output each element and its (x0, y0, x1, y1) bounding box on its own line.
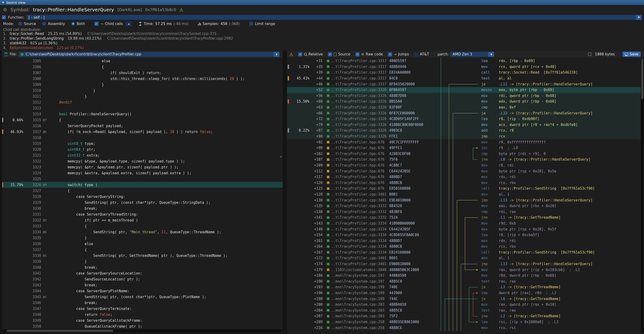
asm-row[interactable]: +128..t\TracyProfiler.cpp:3401B001moval,… (287, 191, 644, 197)
asm-row[interactable]: +190..mon\TracySystem.cpp:1974885C0testr… (287, 279, 644, 285)
asm-row[interactable]: +117..t\TracyProfiler.hpp:676488BD7movrd… (287, 174, 644, 180)
asm-location[interactable]: ..t\TracyProfiler.hpp:676 (331, 175, 387, 179)
asm-row[interactable]: +179..1103\include\atomic:1048488B05B63C… (287, 267, 644, 273)
source-line[interactable]: 3321 uint32_t extra; (2, 152, 283, 158)
asm-location[interactable]: ..t\TracyProfiler.cpp:3326 (331, 111, 387, 115)
source-line[interactable]: 3314 bool Profiler::HandleServerQuery() (2, 111, 283, 117)
source-line[interactable]: 3319 uint8_t type; (2, 141, 283, 147)
asm-row[interactable]: +193..mon\TracySystem.cpp:199740Eje.L3 -… (287, 284, 644, 290)
asm-row[interactable]: +109..t\TracyProfiler.hpp:6764C8BC7movr8… (287, 163, 644, 168)
asm-location[interactable]: ..t\TracyProfiler.cpp:3334 (331, 250, 387, 255)
source-line[interactable]: 3341 case ServerQuerySourceLocation: (2, 270, 283, 276)
assembly-vertical-scrollbar[interactable] (641, 58, 644, 333)
att-checkbox[interactable] (414, 52, 418, 56)
asm-row[interactable]: +123..t\TracyProfiler.hpp:676E850160000c… (287, 186, 644, 191)
source-line[interactable]: 3311 } (2, 93, 283, 99)
source-line[interactable]: 3344 case ServerQueryPlotName: (2, 288, 283, 294)
asm-row[interactable]: +216..mon\TracySystem.cpp:258488BCEmovrc… (287, 325, 644, 331)
asm-row[interactable]: +56..t\TracyProfiler.cpp:3326488B7D98mov… (287, 93, 644, 99)
asm-row[interactable]: +90..t\TracyProfiler.cpp:3326FFE1jmprcx (287, 134, 644, 139)
child-call-row[interactable]: 4.KeSynchronizeExecution125 μs (0.27%) (3, 46, 644, 50)
source-line[interactable]: 3332@3 if( ptr == m_mainThread ) (2, 217, 283, 223)
child-calls-collapse-button[interactable]: ▲ (126, 21, 132, 26)
scrollbar-thumb[interactable] (6, 330, 113, 332)
asm-row[interactable]: +138..t\TracyProfiler.cpp:3332483BF8cmpr… (287, 209, 644, 215)
source-line[interactable]: 3327 { (2, 188, 283, 194)
source-line[interactable]: 3328 case ServerQueryString: (2, 194, 283, 199)
asm-row[interactable]: 0.22%+87..t\TracyProfiler.cpp:33264903C8… (287, 128, 644, 134)
mode-radio-assembly[interactable] (42, 22, 46, 26)
child-call-row[interactable]: 2.tracy::Profiler::SendLongString19.88 m… (3, 36, 644, 41)
asm-location[interactable]: ..t\TracyProfiler.cpp:3332 (331, 210, 387, 214)
source-line[interactable]: 3323 memcpy( &ptr, &payload.ptr, sizeof(… (2, 164, 283, 170)
asm-row[interactable]: +135..t\TracyProfiler.cpp:33328B4320move… (287, 203, 644, 209)
limit-range-label[interactable]: Limit range (255, 22, 275, 26)
asm-location[interactable]: ..t\TracyProfiler.cpp:3317 (331, 82, 387, 86)
asm-row[interactable]: +112..t\TracyProfiler.hpp:676C64424205Em… (287, 168, 644, 174)
asm-location[interactable]: ..t\TracyProfiler.cpp:3326 (331, 128, 387, 133)
source-checkbox[interactable]: ✓ (328, 52, 332, 56)
source-line[interactable]: 3313 (2, 105, 283, 111)
asm-location[interactable]: ..t\TracyProfiler.cpp:3326 (331, 117, 387, 121)
asm-row[interactable]: +164..t\TracyProfiler.cpp:3334488BCBmovr… (287, 244, 644, 250)
source-line[interactable]: 3348 return false; (2, 312, 283, 318)
asm-row[interactable]: +154..t\TracyProfiler.cpp:33344C8D055FBA… (287, 232, 644, 238)
relative-label[interactable]: Relative (308, 52, 323, 56)
source-line[interactable]: 3305 else (2, 58, 283, 64)
source-line[interactable]: 3325 (2, 176, 283, 182)
function-checkbox[interactable]: ✓ (2, 15, 6, 19)
child-call-row[interactable]: 1.tracy::Socket::Read25.25 ms (54.89%)C:… (3, 32, 644, 36)
asm-location[interactable]: ..t\TracyProfiler.cpp:3317 (331, 76, 387, 80)
asm-location[interactable]: ..mon\TracySystem.cpp:197 (331, 273, 387, 278)
limit-range-radio[interactable] (249, 22, 253, 26)
asm-row[interactable]: +52..t\TracyProfiler.cpp:33260FB64597mov… (287, 87, 644, 93)
asm-row[interactable]: +130..t\TracyProfiler.cpp:3401E9E4010000… (287, 197, 644, 203)
asm-location[interactable]: ..t\TracyProfiler.cpp:3326 (331, 105, 387, 109)
source-line[interactable]: 3312 #endif (2, 99, 283, 105)
asm-location[interactable]: ..mon\TracySystem.cpp:199 (331, 285, 387, 289)
chevron-down-icon[interactable]: ▼ (636, 15, 642, 20)
asm-location[interactable]: ..t\TracyProfiler.hpp:676 (331, 186, 387, 190)
source-line[interactable]: 3336 else (2, 241, 283, 247)
asm-row[interactable]: +66..t\TracyProfiler.cpp:33260F87CE06000… (287, 110, 644, 116)
jumps-checkbox[interactable]: ✓ (388, 52, 392, 56)
source-line[interactable]: 3337 { (2, 247, 283, 253)
chevron-down-icon[interactable]: ▼ (274, 52, 279, 57)
asm-location[interactable]: ..t\TracyProfiler.cpp:3326 (331, 123, 387, 127)
jumps-label[interactable]: Jumps (398, 52, 409, 56)
asm-location[interactable]: ..mon\TracySystem.cpp:203 (331, 308, 387, 313)
asm-location[interactable]: ..mon\TracySystem.cpp:199 (331, 291, 387, 295)
source-line[interactable]: 3339 } (2, 259, 283, 264)
asm-location[interactable]: ..t\TracyProfiler.hpp:676 (331, 163, 387, 167)
asm-row[interactable]: +172..t\TracyProfiler.cpp:3401B001moval,… (287, 255, 644, 261)
asm-location[interactable]: ..t\TracyProfiler.cpp:3326 (331, 134, 387, 139)
asm-location[interactable]: ..mon\TracySystem.cpp:197 (331, 279, 387, 284)
collapse-icon[interactable]: ▼ (2, 1, 4, 4)
source-line[interactable]: 3350 QueueCallstackFrame( ptr ); (2, 323, 283, 329)
asm-location[interactable]: ..t\TracyProfiler.cpp:3401 (331, 256, 387, 260)
raw-code-checkbox[interactable]: ✓ (356, 52, 360, 56)
source-line[interactable]: 3329 SendString( ptr, (const char*)ptr, … (2, 199, 283, 205)
asm-location[interactable]: ..t\TracyProfiler.cpp:3401 (331, 198, 387, 202)
menu-icon[interactable] (4, 52, 8, 56)
source-line[interactable]: 3347 case ServerQueryTerminate: (2, 306, 283, 312)
source-line[interactable]: 3338@1 SendString( ptr, GetThreadName( p… (2, 253, 283, 259)
function-select[interactable]: [ - self - ] ▼ (26, 15, 642, 20)
source-line[interactable]: 3307 if( shouldExit ) return; (2, 70, 283, 76)
title-bar[interactable]: ▼ Source view (0, 0, 644, 5)
asm-row[interactable]: +204..mon\TracySystem.cpp:2034885C0testr… (287, 308, 644, 314)
source-line[interactable]: 3333 { (2, 223, 283, 229)
asm-row[interactable]: +46..t\TracyProfiler.cpp:33170F843502000… (287, 81, 644, 87)
asm-location[interactable]: ..mon\TracySystem.cpp:258 (331, 326, 387, 330)
asm-row[interactable]: +167..t\TracyProfiler.cpp:3334E824160000… (287, 250, 644, 255)
asm-location[interactable]: ..1103\include\atomic:1048 (331, 268, 387, 272)
asm-location[interactable]: ..t\TracyProfiler.cpp:3332 (331, 204, 387, 208)
asm-row[interactable]: 1.31%+35..t\TracyProfiler.cpp:3317488B49… (287, 64, 644, 70)
asm-row[interactable]: +102..t\TracyProfiler.hpp:67642803C0F00c… (287, 151, 644, 157)
asm-row[interactable]: +141..t\TracyProfiler.cpp:33327524jne.L1… (287, 215, 644, 220)
asm-location[interactable]: ..t\TracyProfiler.cpp:3326 (331, 88, 387, 92)
save-button[interactable]: Save (622, 52, 641, 57)
asm-location[interactable]: ..t\TracyProfiler.cpp:3334 (331, 221, 387, 225)
child-call-row[interactable]: 3.stat64i32625 μs (1.36%) (3, 41, 644, 46)
source-line[interactable]: 3331 case ServerQueryThreadString: (2, 211, 283, 217)
